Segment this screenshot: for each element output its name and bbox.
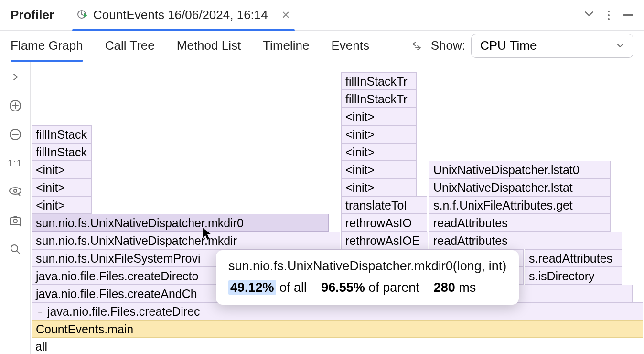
flame-frame[interactable]: fillInStack: [32, 143, 92, 161]
session-tab[interactable]: CountEvents 16/06/2024, 16:14 ✕: [77, 0, 290, 31]
collapse-toggle-icon[interactable]: −: [36, 309, 44, 317]
flame-frame[interactable]: <init>: [341, 108, 417, 125]
flame-frame[interactable]: s.readAttributes: [525, 249, 622, 267]
tooltip-time-unit: ms: [455, 280, 476, 295]
subnav: Flame Graph Call Tree Method List Timeli…: [0, 31, 644, 61]
flame-frame-label: <init>: [36, 163, 65, 177]
flame-frame[interactable]: translateToI: [341, 196, 427, 214]
tab-call-tree[interactable]: Call Tree: [105, 31, 155, 61]
tool-title: Profiler: [11, 8, 54, 22]
close-tab-icon[interactable]: ✕: [281, 9, 290, 22]
flame-frame-label: s.readAttributes: [529, 252, 612, 265]
flame-frame[interactable]: rethrowAsIO: [341, 214, 427, 232]
flame-frame-label: translateToI: [345, 199, 407, 212]
tooltip-pct-parent: 96.55%: [321, 280, 365, 295]
flame-frame[interactable]: s.isDirectory: [525, 267, 622, 285]
expand-icon[interactable]: [8, 70, 22, 84]
flame-frame[interactable]: sun.nio.fs.UnixNativeDispatcher.mkdir0: [32, 214, 329, 232]
screenshot-icon[interactable]: [8, 213, 22, 228]
flame-frame[interactable]: all: [32, 338, 643, 354]
flame-frame-label: all: [35, 340, 47, 353]
flame-frame[interactable]: <init>: [32, 161, 92, 178]
metric-select[interactable]: CPU Time: [471, 34, 633, 58]
tooltip-pct-all: 49.12%: [228, 280, 276, 295]
tab-method-list[interactable]: Method List: [177, 31, 241, 61]
tab-timeline[interactable]: Timeline: [263, 31, 309, 61]
flame-frame[interactable]: <init>: [341, 161, 417, 178]
tooltip-stats: 49.12% of all 96.55% of parent 280 ms: [228, 280, 506, 295]
flame-frame-label: <init>: [345, 163, 375, 177]
flame-frame[interactable]: <init>: [32, 196, 92, 214]
flame-frame[interactable]: <init>: [341, 178, 417, 196]
tooltip-time: 280: [434, 280, 455, 295]
tooltip-of-parent: of parent: [365, 280, 419, 295]
presentation-icon[interactable]: [8, 185, 22, 199]
flame-frame-label: s.isDirectory: [529, 269, 595, 283]
metric-select-value: CPU Time: [480, 38, 537, 53]
flame-frame[interactable]: <init>: [32, 178, 92, 196]
flame-frame-label: fillInStack: [36, 145, 87, 159]
flame-frame-label: <init>: [345, 110, 375, 123]
zoom-out-icon[interactable]: [8, 127, 22, 142]
flame-frame[interactable]: fillInStack: [32, 125, 92, 143]
flame-frame-label: rethrowAsIOE: [345, 234, 420, 247]
flame-frame[interactable]: CountEvents.main: [32, 320, 643, 338]
tooltip-of-all: of all: [276, 280, 307, 295]
flame-frame-label: fillInStackTr: [345, 75, 408, 88]
show-label: Show:: [431, 38, 465, 53]
svg-point-4: [14, 189, 17, 192]
tab-events[interactable]: Events: [331, 31, 369, 61]
flame-frame-label: java.nio.file.Files.createAndCh: [36, 287, 197, 300]
flame-frame-label: <init>: [36, 199, 65, 212]
minimize-icon[interactable]: [623, 14, 633, 16]
flame-frame-label: java.nio.file.Files.createDirec: [47, 305, 200, 318]
profiler-run-icon: [77, 10, 88, 21]
focus-icon[interactable]: [410, 39, 423, 53]
flame-frame[interactable]: UnixNativeDispatcher.lstat0: [429, 161, 611, 178]
reset-zoom-icon[interactable]: 1:1: [8, 156, 22, 170]
flame-frame-label: sun.nio.fs.UnixFileSystemProvi: [36, 252, 201, 265]
flame-frame-label: fillInStackTr: [345, 92, 408, 106]
flame-frame-label: UnixNativeDispatcher.lstat0: [433, 163, 580, 177]
header-bar: Profiler CountEvents 16/06/2024, 16:14 ✕: [0, 0, 644, 31]
flame-frame-label: <init>: [345, 145, 375, 159]
flame-frame[interactable]: sun.nio.fs.UnixNativeDispatcher.mkdir: [32, 232, 340, 249]
flame-frame-label: fillInStack: [36, 128, 87, 141]
flame-frame-label: <init>: [345, 181, 375, 194]
flame-frame[interactable]: readAttributes: [429, 214, 611, 232]
collapse-chevron-icon[interactable]: [584, 9, 594, 22]
tooltip-title: sun.nio.fs.UnixNativeDispatcher.mkdir0(l…: [228, 259, 506, 274]
flame-frame[interactable]: <init>: [341, 125, 417, 143]
flame-frame[interactable]: UnixNativeDispatcher.lstat: [429, 178, 611, 196]
flame-frame[interactable]: fillInStackTr: [341, 90, 417, 108]
more-menu-icon[interactable]: [608, 11, 610, 20]
tab-flame-graph[interactable]: Flame Graph: [11, 31, 83, 61]
flame-frame-label: sun.nio.fs.UnixNativeDispatcher.mkdir0: [36, 216, 244, 230]
flame-frame[interactable]: readAttributes: [429, 232, 622, 249]
flame-frame-label: CountEvents.main: [36, 322, 133, 336]
flame-frame-label: rethrowAsIO: [345, 216, 412, 230]
flame-frame-label: java.nio.file.Files.createDirecto: [36, 269, 198, 283]
chevron-down-icon: [616, 38, 624, 53]
svg-point-6: [13, 219, 17, 223]
flame-frame-label: sun.nio.fs.UnixNativeDispatcher.mkdir: [36, 234, 237, 247]
flame-graph-area[interactable]: allCountEvents.main−java.nio.file.Files.…: [31, 61, 644, 354]
svg-point-3: [10, 188, 21, 194]
flame-frame-label: <init>: [36, 181, 65, 194]
flame-frame[interactable]: rethrowAsIOE: [341, 232, 428, 249]
flame-frame-label: s.n.f.UnixFileAttributes.get: [433, 199, 573, 212]
flame-frame-label: readAttributes: [433, 216, 508, 230]
left-toolbar: 1:1: [0, 61, 31, 354]
flame-frame[interactable]: <init>: [341, 143, 417, 161]
flame-frame-label: UnixNativeDispatcher.lstat: [433, 181, 573, 194]
session-tab-label: CountEvents 16/06/2024, 16:14: [93, 8, 268, 22]
flame-frame-label: <init>: [345, 128, 375, 141]
header-right: [584, 9, 633, 22]
flame-frame[interactable]: s.n.f.UnixFileAttributes.get: [429, 196, 611, 214]
flame-frame[interactable]: −java.nio.file.Files.createDirec: [32, 302, 643, 320]
flame-frame[interactable]: fillInStackTr: [341, 72, 417, 90]
search-icon[interactable]: [8, 242, 22, 256]
frame-tooltip: sun.nio.fs.UnixNativeDispatcher.mkdir0(l…: [216, 250, 519, 305]
flame-frame-label: readAttributes: [433, 234, 508, 247]
zoom-in-icon[interactable]: [8, 99, 22, 113]
